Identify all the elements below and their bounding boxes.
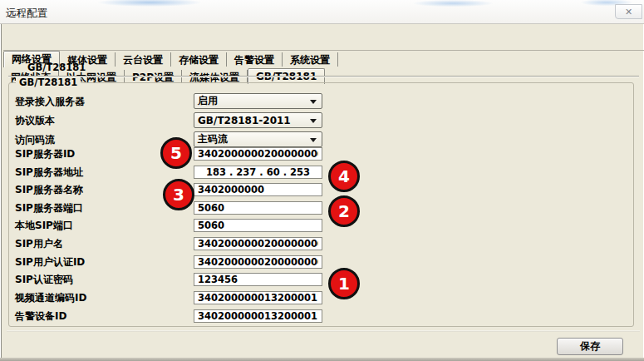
- sip-server-port-input[interactable]: [194, 201, 322, 215]
- local-sip-port-input[interactable]: [194, 219, 322, 232]
- annotation-badge-1: 1: [328, 268, 360, 299]
- field-label: SIP服务器端口: [15, 201, 83, 215]
- form-row-sip-server-address: SIP服务器地址: [0, 166, 632, 179]
- tab-alarm-settings[interactable]: 告警设置: [227, 52, 283, 67]
- form-row-login-server: 登录接入服务器 启用: [0, 93, 632, 109]
- sip-username-input[interactable]: [194, 237, 322, 250]
- dropdown-value: 启用: [198, 94, 218, 108]
- form-row-protocol-version: 协议版本 GB/T28181-2011: [0, 112, 632, 128]
- sip-server-address-input[interactable]: [194, 166, 322, 179]
- window-title: 远程配置: [6, 7, 47, 21]
- sip-auth-id-input[interactable]: [194, 255, 322, 269]
- close-icon: ✕: [625, 7, 632, 17]
- chevron-down-icon: [310, 100, 317, 104]
- annotation-badge-4: 4: [328, 161, 360, 192]
- save-button[interactable]: 保存: [557, 338, 623, 355]
- remote-config-dialog: 远程配置 ✕ 网络设置 媒体设置 云台设置 存储设置 告警设置 系统设置 网络状…: [0, 0, 644, 361]
- groupbox-title: GB/T28181: [16, 77, 81, 88]
- page-separator: [8, 76, 639, 77]
- sip-auth-password-input[interactable]: [194, 273, 322, 286]
- video-channel-id-input[interactable]: [194, 291, 322, 304]
- form-row-alarm-device-id: 告警设备ID: [0, 309, 632, 323]
- form-row-local-sip-port: 本地SIP端口: [0, 219, 632, 232]
- sip-server-name-input[interactable]: [194, 183, 322, 196]
- sip-server-id-input[interactable]: [194, 147, 322, 161]
- protocol-version-dropdown[interactable]: GB/T28181-2011: [194, 112, 322, 128]
- field-label: SIP服务器ID: [15, 147, 75, 161]
- annotation-badge-3: 3: [163, 179, 194, 210]
- field-label: 访问码流: [15, 132, 55, 146]
- field-label: 视频通道编码ID: [15, 291, 86, 305]
- chevron-down-icon: [310, 138, 317, 142]
- field-label: SIP服务器名称: [15, 183, 83, 197]
- field-label: SIP用户认证ID: [15, 255, 85, 270]
- form-row-sip-auth-password: SIP认证密码: [0, 273, 632, 286]
- form-row-sip-username: SIP用户名: [0, 237, 632, 250]
- form-row-sip-auth-id: SIP用户认证ID: [0, 255, 632, 269]
- annotation-badge-5: 5: [160, 137, 192, 169]
- field-label: SIP用户名: [15, 237, 63, 251]
- chevron-down-icon: [310, 119, 317, 123]
- form-row-access-stream: 访问码流 主码流: [0, 131, 632, 147]
- form-row-sip-server-name: SIP服务器名称: [0, 183, 632, 196]
- primary-tab-strip: 网络设置 媒体设置 云台设置 存储设置 告警设置 系统设置: [3, 50, 644, 67]
- field-label: 告警设备ID: [15, 309, 66, 324]
- login-server-dropdown[interactable]: 启用: [194, 93, 322, 109]
- title-bar: 远程配置 ✕: [0, 0, 644, 24]
- form-row-sip-server-port: SIP服务器端口: [0, 201, 632, 215]
- form-row-video-channel-id: 视频通道编码ID: [0, 291, 632, 304]
- tab-storage-settings[interactable]: 存储设置: [171, 52, 227, 67]
- access-stream-dropdown[interactable]: 主码流: [194, 131, 322, 147]
- field-label: 协议版本: [15, 113, 55, 127]
- dropdown-value: GB/T28181-2011: [198, 115, 291, 126]
- field-label: SIP服务器地址: [15, 166, 83, 180]
- tab-page-bottom-edge: [7, 330, 640, 332]
- window-bottom-edge: [0, 358, 644, 361]
- field-label: 登录接入服务器: [15, 94, 85, 108]
- field-label: SIP认证密码: [15, 273, 73, 287]
- page-title: GB/T28181: [27, 62, 86, 73]
- form-row-sip-server-id: SIP服务器ID: [0, 147, 632, 161]
- close-button[interactable]: ✕: [615, 4, 642, 19]
- annotation-badge-2: 2: [328, 195, 360, 227]
- dropdown-value: 主码流: [198, 132, 228, 146]
- alarm-device-id-input[interactable]: [194, 309, 322, 323]
- tab-ptz-settings[interactable]: 云台设置: [116, 52, 171, 67]
- field-label: 本地SIP端口: [15, 219, 73, 233]
- tab-system-settings[interactable]: 系统设置: [283, 52, 338, 67]
